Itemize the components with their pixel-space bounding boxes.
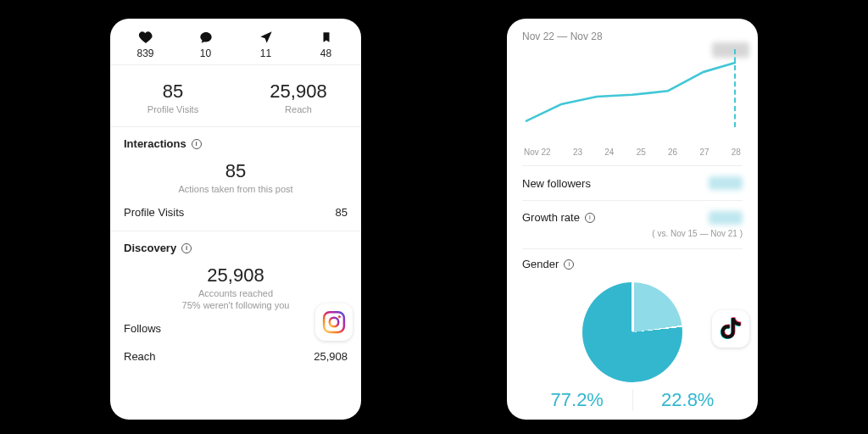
chart-tooltip-blur: [712, 42, 749, 58]
metric-comments[interactable]: 10: [175, 29, 236, 59]
gender-pie-chart[interactable]: [582, 282, 682, 382]
stat-label: Profile Visits: [110, 104, 236, 114]
svg-rect-0: [324, 312, 344, 332]
metric-value: 839: [115, 47, 175, 59]
stat-profile-visits[interactable]: 85 Profile Visits: [110, 81, 236, 114]
row-label: Reach: [124, 350, 156, 363]
row-reach[interactable]: Reach 25,908: [124, 350, 348, 363]
instagram-insights-card: 839 10 11 48 85 Profile Visits 25,908: [110, 19, 361, 420]
x-tick: 23: [573, 147, 582, 157]
x-tick: 24: [604, 147, 614, 157]
x-tick: 27: [699, 147, 709, 157]
tiktok-analytics-card: Nov 22 — Nov 28 Nov 22 23 24 25 26 27 28…: [507, 19, 758, 420]
row-profile-visits[interactable]: Profile Visits 85: [124, 206, 348, 219]
info-icon[interactable]: [192, 139, 202, 149]
chart-x-axis: Nov 22 23 24 25 26 27 28: [522, 147, 743, 165]
accounts-sub: 75% weren't following you: [124, 300, 348, 310]
metric-value: 10: [175, 47, 236, 59]
stat-reach[interactable]: 25,908 Reach: [236, 81, 361, 114]
row-label: Profile Visits: [124, 206, 184, 219]
post-metrics-bar: 839 10 11 48: [110, 19, 361, 65]
metric-saves[interactable]: 48: [296, 29, 356, 59]
gender-b-value: 22.8%: [632, 389, 743, 411]
x-tick: 25: [637, 147, 646, 157]
accounts-label: Accounts reached: [124, 288, 348, 298]
metric-value: 11: [236, 47, 296, 59]
actions-value: 85: [124, 160, 348, 182]
section-title: Discovery: [124, 242, 176, 254]
svg-point-2: [338, 315, 341, 318]
instagram-logo-badge: [315, 303, 353, 341]
svg-point-1: [330, 318, 339, 327]
section-title: Interactions: [124, 137, 186, 150]
share-icon: [236, 29, 296, 46]
chart-cursor: [734, 49, 736, 127]
blurred-value: [709, 176, 743, 190]
tiktok-logo-badge: [712, 310, 749, 348]
row-growth-rate[interactable]: Growth rate ( vs. Nov 15 — Nov 21 ): [522, 200, 743, 248]
x-tick: 26: [668, 147, 677, 157]
blurred-value: [709, 211, 743, 225]
gender-a-value: 77.2%: [522, 389, 632, 411]
metric-value: 48: [296, 47, 356, 59]
x-tick: Nov 22: [524, 147, 551, 157]
stat-label: Reach: [236, 104, 361, 114]
pie-divider: [632, 281, 634, 331]
date-range: Nov 22 — Nov 28: [522, 31, 743, 42]
row-label: Growth rate: [522, 211, 580, 224]
growth-compare: ( vs. Nov 15 — Nov 21 ): [652, 229, 743, 238]
row-label: New followers: [522, 177, 591, 190]
gender-values: 77.2% 22.8%: [522, 389, 743, 411]
row-new-followers[interactable]: New followers: [522, 165, 743, 200]
actions-label: Actions taken from this post: [124, 184, 348, 194]
metric-shares[interactable]: 11: [236, 29, 296, 59]
accounts-value: 25,908: [124, 264, 348, 287]
gender-section-title: Gender: [522, 248, 743, 277]
row-follows[interactable]: Follows 9: [124, 322, 348, 335]
interactions-section: Interactions 85 Actions taken from this …: [110, 127, 361, 231]
x-tick: 28: [732, 147, 741, 157]
comment-icon: [175, 29, 236, 46]
section-title: Gender: [522, 258, 559, 270]
tiktok-icon: [719, 316, 743, 342]
stat-value: 85: [110, 81, 236, 103]
row-value: 25,908: [314, 350, 348, 363]
save-icon: [296, 29, 356, 46]
row-value: 85: [336, 206, 348, 219]
summary-stats: 85 Profile Visits 25,908 Reach: [110, 65, 361, 127]
metric-likes[interactable]: 839: [115, 29, 175, 59]
heart-icon: [115, 29, 175, 46]
instagram-icon: [321, 309, 347, 335]
info-icon[interactable]: [564, 259, 574, 270]
info-icon[interactable]: [585, 213, 595, 223]
followers-line-chart[interactable]: [522, 49, 743, 144]
row-label: Follows: [124, 322, 161, 335]
info-icon[interactable]: [181, 243, 192, 253]
stat-value: 25,908: [236, 81, 361, 103]
